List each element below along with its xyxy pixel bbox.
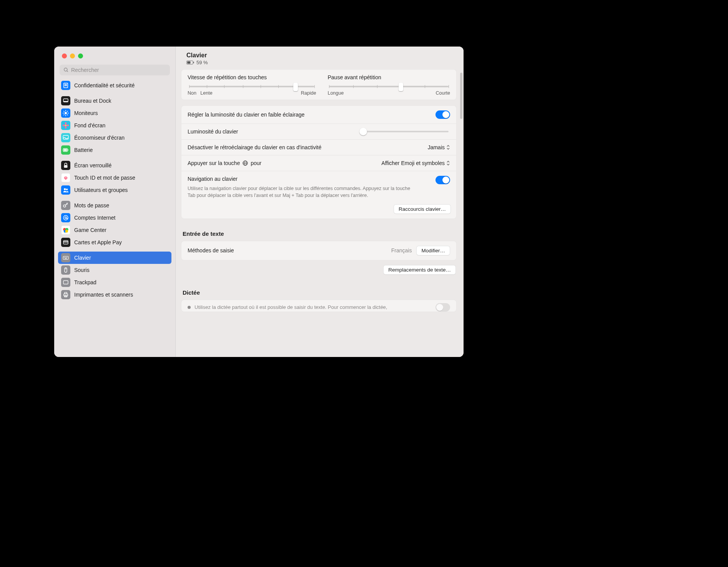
sidebar-item-battery[interactable]: Batterie xyxy=(58,144,171,156)
sidebar-item-users[interactable]: Utilisateurs et groupes xyxy=(58,184,171,196)
header: Clavier 59 % xyxy=(176,47,464,69)
svg-line-12 xyxy=(67,114,68,115)
delay-label: Pause avant répétition xyxy=(327,74,450,80)
key-repeat-slider-group: Vitesse de répétition des touches xyxy=(188,74,316,96)
sidebar-item-label: Game Center xyxy=(74,227,106,233)
close-button[interactable] xyxy=(62,53,67,58)
sidebar-item-displays[interactable]: Moniteurs xyxy=(58,107,171,119)
svg-point-0 xyxy=(64,68,67,71)
battery-icon xyxy=(61,145,70,155)
svg-point-15 xyxy=(65,124,67,126)
content: Vitesse de répétition des touches xyxy=(176,69,464,357)
search-icon xyxy=(63,67,69,73)
sidebar-item-label: Touch ID et mot de passe xyxy=(74,175,135,181)
sidebar-item-mouse[interactable]: Souris xyxy=(58,264,171,276)
dictation-title: Dictée xyxy=(181,288,457,300)
sidebar-item-privacy[interactable]: Confidentialité et sécurité xyxy=(58,79,171,92)
sidebar-item-label: Souris xyxy=(74,267,90,273)
at-icon xyxy=(61,213,70,222)
svg-rect-24 xyxy=(64,165,68,168)
chevron-updown-icon xyxy=(446,145,450,150)
globe-key-label: Appuyer sur la touche pour xyxy=(188,160,261,166)
svg-rect-5 xyxy=(63,101,68,102)
backlight-off-value: Jamais xyxy=(428,144,445,150)
trackpad-icon xyxy=(61,278,70,287)
sidebar-item-trackpad[interactable]: Trackpad xyxy=(58,276,171,289)
key-repeat-slider[interactable] xyxy=(189,86,314,87)
flower-icon xyxy=(61,121,70,130)
main-scrollbar[interactable] xyxy=(460,73,462,119)
svg-rect-49 xyxy=(187,61,190,63)
key-repeat-min: Non Lente xyxy=(188,90,213,96)
sidebar-item-label: Économiseur d'écran xyxy=(74,135,125,141)
svg-rect-37 xyxy=(64,257,65,258)
battery-percent: 59 % xyxy=(196,60,208,65)
globe-key-select[interactable]: Afficher Emoji et symboles xyxy=(381,160,450,166)
text-replacements-button[interactable]: Remplacements de texte… xyxy=(383,265,456,275)
search-input[interactable] xyxy=(71,67,166,73)
search-field[interactable] xyxy=(60,65,170,75)
zoom-button[interactable] xyxy=(78,53,83,58)
keyboard-nav-label: Navigation au clavier xyxy=(188,176,238,182)
svg-line-11 xyxy=(64,111,65,112)
svg-rect-40 xyxy=(66,257,67,258)
svg-rect-46 xyxy=(65,292,67,294)
sidebar-item-touchid[interactable]: Touch ID et mot de passe xyxy=(58,172,171,184)
key-repeat-card: Vitesse de répétition des touches xyxy=(181,69,457,100)
auto-brightness-label: Régler la luminosité du clavier en faibl… xyxy=(188,112,304,118)
printer-icon xyxy=(61,290,70,299)
chevron-updown-icon xyxy=(446,160,450,166)
keyboard-nav-row: Navigation au clavier xyxy=(181,171,456,185)
gamecenter-icon xyxy=(61,225,70,235)
page-title: Clavier xyxy=(186,52,453,59)
sidebar: Confidentialité et sécuritéBureau et Doc… xyxy=(54,47,176,357)
sun-icon xyxy=(61,108,70,118)
settings-window: Confidentialité et sécuritéBureau et Doc… xyxy=(54,47,464,357)
main-pane: Clavier 59 % Vitesse de répétition des t… xyxy=(176,47,464,357)
delay-slider-group: Pause avant répétition Longue xyxy=(327,74,450,96)
delay-thumb[interactable] xyxy=(399,83,403,91)
svg-point-26 xyxy=(66,188,68,190)
keyboard-brightness-slider[interactable] xyxy=(360,131,449,132)
auto-brightness-toggle[interactable] xyxy=(435,110,450,119)
svg-rect-23 xyxy=(68,149,68,150)
sidebar-item-lockscreen[interactable]: Écran verrouillé xyxy=(58,159,171,172)
input-methods-label: Méthodes de saisie xyxy=(188,247,234,253)
sidebar-item-label: Écran verrouillé xyxy=(74,162,111,168)
key-repeat-thumb[interactable] xyxy=(293,83,298,91)
globe-icon xyxy=(242,160,248,166)
sidebar-item-wallpaper[interactable]: Fond d'écran xyxy=(58,119,171,132)
sidebar-item-internet[interactable]: Comptes Internet xyxy=(58,212,171,224)
svg-line-1 xyxy=(67,70,68,72)
fingerprint-icon xyxy=(61,173,70,182)
sidebar-item-desktop[interactable]: Bureau et Dock xyxy=(58,95,171,107)
backlight-off-select[interactable]: Jamais xyxy=(428,144,450,150)
sidebar-item-gamecenter[interactable]: Game Center xyxy=(58,224,171,236)
sidebar-item-label: Bureau et Dock xyxy=(74,98,111,104)
sidebar-item-printers[interactable]: Imprimantes et scanners xyxy=(58,289,171,301)
lock-icon xyxy=(61,161,70,170)
delay-max: Courte xyxy=(435,90,450,96)
minimize-button[interactable] xyxy=(70,53,75,58)
svg-point-25 xyxy=(64,188,66,190)
keyboard-brightness-thumb[interactable] xyxy=(359,128,367,135)
keyboard-brightness-label: Luminosité du clavier xyxy=(188,128,238,135)
sidebar-item-keyboard[interactable]: Clavier xyxy=(58,252,171,264)
svg-point-19 xyxy=(66,124,69,126)
dock-icon xyxy=(61,96,70,105)
input-methods-value: Français xyxy=(391,247,412,253)
svg-rect-39 xyxy=(66,257,66,258)
keyboard-shortcuts-button[interactable]: Raccourcis clavier… xyxy=(394,204,451,214)
sidebar-item-screensaver[interactable]: Économiseur d'écran xyxy=(58,132,171,144)
globe-key-value: Afficher Emoji et symboles xyxy=(381,160,445,166)
sidebar-list: Confidentialité et sécuritéBureau et Doc… xyxy=(54,79,175,357)
sidebar-item-passwords[interactable]: Mots de passe xyxy=(58,199,171,212)
dictation-toggle[interactable] xyxy=(435,303,450,312)
sidebar-item-label: Clavier xyxy=(74,255,91,261)
svg-point-17 xyxy=(65,126,67,128)
keyboard-nav-toggle[interactable] xyxy=(435,176,450,184)
hand-icon xyxy=(61,81,70,90)
input-methods-modify-button[interactable]: Modifier… xyxy=(416,246,450,255)
delay-slider[interactable] xyxy=(329,86,449,87)
sidebar-item-wallet[interactable]: Cartes et Apple Pay xyxy=(58,236,171,248)
